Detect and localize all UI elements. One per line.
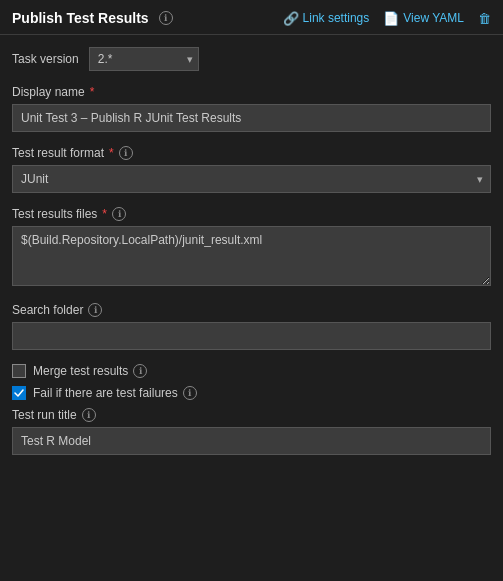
header-actions: 🔗 Link settings 📄 View YAML 🗑 [283, 11, 491, 26]
test-results-files-input[interactable]: $(Build.Repository.LocalPath)/junit_resu… [12, 226, 491, 286]
link-settings-label: Link settings [303, 11, 370, 25]
display-name-label: Display name * [12, 85, 491, 99]
test-results-files-label: Test results files * ℹ [12, 207, 491, 221]
display-name-input[interactable] [12, 104, 491, 132]
header: Publish Test Results ℹ 🔗 Link settings 📄… [0, 0, 503, 35]
fail-if-test-failures-row: Fail if there are test failures ℹ [12, 386, 491, 400]
view-yaml-label: View YAML [403, 11, 464, 25]
task-version-select-wrapper: 2.* 1.* 0.* ▾ [89, 47, 199, 71]
search-folder-info-icon[interactable]: ℹ [88, 303, 102, 317]
merge-test-results-info-icon[interactable]: ℹ [133, 364, 147, 378]
test-result-format-select-wrapper: JUnit NUnit VSTest xUnit CTest ▾ [12, 165, 491, 193]
checkmark-icon [14, 388, 24, 398]
test-result-format-select[interactable]: JUnit NUnit VSTest xUnit CTest [12, 165, 491, 193]
search-folder-group: Search folder ℹ [12, 303, 491, 350]
test-result-format-group: Test result format * ℹ JUnit NUnit VSTes… [12, 146, 491, 193]
search-folder-input[interactable] [12, 322, 491, 350]
test-result-format-label: Test result format * ℹ [12, 146, 491, 160]
task-version-select[interactable]: 2.* 1.* 0.* [89, 47, 199, 71]
merge-test-results-checkbox[interactable] [12, 364, 26, 378]
remove-icon: 🗑 [478, 11, 491, 26]
test-results-files-required: * [102, 207, 107, 221]
header-info-icon[interactable]: ℹ [159, 11, 173, 25]
merge-test-results-row: Merge test results ℹ [12, 364, 491, 378]
test-results-files-info-icon[interactable]: ℹ [112, 207, 126, 221]
merge-test-results-label[interactable]: Merge test results ℹ [33, 364, 147, 378]
fail-if-test-failures-checkbox[interactable] [12, 386, 26, 400]
test-result-format-info-icon[interactable]: ℹ [119, 146, 133, 160]
test-result-format-required: * [109, 146, 114, 160]
view-yaml-button[interactable]: 📄 View YAML [383, 11, 464, 26]
fail-if-test-failures-info-icon[interactable]: ℹ [183, 386, 197, 400]
fail-if-test-failures-label[interactable]: Fail if there are test failures ℹ [33, 386, 197, 400]
content: Task version 2.* 1.* 0.* ▾ Display name … [0, 35, 503, 485]
search-folder-label: Search folder ℹ [12, 303, 491, 317]
task-version-row: Task version 2.* 1.* 0.* ▾ [12, 47, 491, 71]
remove-button[interactable]: 🗑 [478, 11, 491, 26]
test-run-title-group: Test run title ℹ [12, 408, 491, 455]
display-name-group: Display name * [12, 85, 491, 132]
test-run-title-label: Test run title ℹ [12, 408, 491, 422]
task-version-label: Task version [12, 52, 79, 66]
link-icon: 🔗 [283, 11, 299, 26]
link-settings-button[interactable]: 🔗 Link settings [283, 11, 370, 26]
yaml-icon: 📄 [383, 11, 399, 26]
test-results-files-group: Test results files * ℹ $(Build.Repositor… [12, 207, 491, 289]
test-run-title-input[interactable] [12, 427, 491, 455]
test-run-title-info-icon[interactable]: ℹ [82, 408, 96, 422]
display-name-required: * [90, 85, 95, 99]
page-title: Publish Test Results [12, 10, 149, 26]
